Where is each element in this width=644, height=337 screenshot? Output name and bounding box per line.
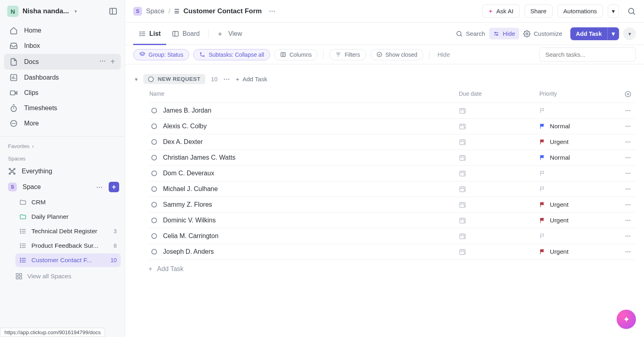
share-button[interactable]: Share bbox=[524, 4, 553, 18]
flag-icon[interactable] bbox=[539, 139, 546, 145]
task-priority[interactable]: Urgent bbox=[539, 248, 620, 255]
task-row[interactable]: Dom C. Deveraux ⋯ bbox=[149, 165, 636, 181]
tree-item[interactable]: Technical Debt Register 3 bbox=[15, 224, 121, 238]
task-name[interactable]: Michael J. Culhane bbox=[160, 185, 459, 193]
search-view-button[interactable]: Search bbox=[452, 28, 489, 40]
ai-fab-button[interactable]: ✦ bbox=[617, 310, 636, 329]
task-priority[interactable]: Normal bbox=[539, 154, 620, 161]
column-name-header[interactable]: Name bbox=[149, 90, 459, 98]
tree-item[interactable]: CRM bbox=[15, 195, 121, 209]
task-more-button[interactable]: ⋯ bbox=[620, 186, 636, 192]
group-toggle[interactable]: ▾ bbox=[135, 76, 138, 82]
add-task-button[interactable]: Add Task ▾ bbox=[570, 27, 619, 40]
task-status[interactable] bbox=[149, 186, 160, 192]
group-status-badge[interactable]: NEW REQUEST bbox=[143, 74, 205, 84]
add-task-row-button[interactable]: + Add Task bbox=[131, 260, 636, 273]
task-more-button[interactable]: ⋯ bbox=[620, 201, 636, 208]
task-row[interactable]: Michael J. Culhane ⋯ bbox=[149, 181, 636, 197]
task-more-button[interactable]: ⋯ bbox=[620, 154, 636, 161]
task-due-date[interactable] bbox=[459, 154, 539, 161]
task-more-button[interactable]: ⋯ bbox=[620, 123, 636, 129]
filters-chip[interactable]: Filters bbox=[329, 49, 366, 60]
sidebar-collapse-icon[interactable] bbox=[109, 7, 118, 16]
task-name[interactable]: James B. Jordan bbox=[160, 107, 459, 114]
task-due-date[interactable] bbox=[459, 248, 539, 255]
nav-clips[interactable]: Clips bbox=[4, 86, 121, 100]
breadcrumb-space-link[interactable]: Space bbox=[146, 8, 164, 15]
column-priority-header[interactable]: Priority bbox=[539, 90, 620, 98]
workspace-switcher[interactable]: N Nisha nanda... ▾ bbox=[0, 0, 125, 22]
nav-more[interactable]: More bbox=[4, 116, 121, 131]
task-more-button[interactable]: ⋯ bbox=[620, 139, 636, 145]
flag-icon[interactable] bbox=[539, 186, 546, 192]
task-row[interactable]: Christian James C. Watts Normal ⋯ bbox=[149, 150, 636, 165]
task-name[interactable]: Dex A. Dexter bbox=[160, 138, 459, 146]
hide-view-button[interactable]: Hide bbox=[489, 28, 519, 39]
columns-chip[interactable]: Columns bbox=[274, 49, 318, 60]
more-icon[interactable]: ⋯ bbox=[99, 57, 106, 66]
task-status[interactable] bbox=[149, 108, 160, 113]
subtasks-chip[interactable]: Subtasks: Collapse all bbox=[193, 49, 270, 60]
task-priority[interactable]: Urgent bbox=[539, 217, 620, 224]
column-due-header[interactable]: Due date bbox=[459, 90, 539, 98]
task-row[interactable]: Alexis C. Colby Normal ⋯ bbox=[149, 118, 636, 134]
task-row[interactable]: James B. Jordan ⋯ bbox=[149, 103, 636, 118]
search-icon[interactable] bbox=[627, 7, 636, 16]
view-tab-board[interactable]: Board bbox=[166, 23, 205, 45]
flag-icon[interactable] bbox=[539, 201, 546, 208]
flag-icon[interactable] bbox=[539, 233, 546, 239]
task-status[interactable] bbox=[149, 233, 160, 239]
task-status[interactable] bbox=[149, 171, 160, 176]
group-add-task-button[interactable]: + Add Task bbox=[236, 76, 267, 82]
tree-item[interactable]: Daily Planner bbox=[15, 210, 121, 224]
task-status[interactable] bbox=[149, 155, 160, 160]
task-status[interactable] bbox=[149, 249, 160, 255]
task-due-date[interactable] bbox=[459, 170, 539, 177]
hide-filters-link[interactable]: Hide bbox=[438, 51, 450, 58]
task-status[interactable] bbox=[149, 202, 160, 208]
task-more-button[interactable]: ⋯ bbox=[620, 217, 636, 224]
task-status[interactable] bbox=[149, 218, 160, 223]
task-name[interactable]: Sammy Z. Flores bbox=[160, 201, 459, 208]
task-more-button[interactable]: ⋯ bbox=[620, 107, 636, 114]
show-closed-chip[interactable]: Show closed bbox=[370, 49, 423, 60]
add-view-button[interactable]: + View bbox=[212, 23, 248, 45]
task-due-date[interactable] bbox=[459, 217, 539, 224]
task-priority[interactable] bbox=[539, 233, 620, 239]
task-due-date[interactable] bbox=[459, 201, 539, 208]
view-more-button[interactable]: ▾ bbox=[623, 27, 636, 40]
flag-icon[interactable] bbox=[539, 123, 546, 129]
view-tab-list[interactable]: List bbox=[133, 23, 166, 45]
flag-icon[interactable] bbox=[539, 154, 546, 161]
task-due-date[interactable] bbox=[459, 107, 539, 114]
tree-item[interactable]: Product Feedback Sur... 8 bbox=[15, 239, 121, 253]
task-more-button[interactable]: ⋯ bbox=[620, 170, 636, 177]
flag-icon[interactable] bbox=[539, 170, 546, 177]
nav-docs[interactable]: Docs ⋯ + bbox=[4, 54, 121, 70]
ask-ai-button[interactable]: ✦Ask AI bbox=[482, 4, 520, 18]
nav-dashboards[interactable]: Dashboards bbox=[4, 70, 121, 85]
task-priority[interactable]: Urgent bbox=[539, 138, 620, 146]
task-more-button[interactable]: ⋯ bbox=[620, 249, 636, 255]
task-name[interactable]: Dominic V. Wilkins bbox=[160, 217, 459, 224]
task-priority[interactable] bbox=[539, 107, 620, 114]
task-priority[interactable] bbox=[539, 186, 620, 192]
flag-icon[interactable] bbox=[539, 217, 546, 224]
add-task-dropdown[interactable]: ▾ bbox=[607, 27, 619, 40]
task-priority[interactable]: Urgent bbox=[539, 201, 620, 208]
space-more-icon[interactable]: ⋯ bbox=[96, 183, 103, 191]
view-all-spaces[interactable]: View all Spaces bbox=[15, 269, 109, 283]
task-due-date[interactable] bbox=[459, 185, 539, 193]
task-row[interactable]: Joseph D. Anders Urgent ⋯ bbox=[149, 244, 636, 260]
automations-dropdown-button[interactable]: ▾ bbox=[608, 4, 619, 18]
task-priority[interactable] bbox=[539, 170, 620, 177]
search-tasks-input[interactable] bbox=[539, 47, 636, 62]
add-column-button[interactable] bbox=[620, 90, 636, 98]
space-row[interactable]: S Space ⋯ + bbox=[0, 179, 125, 195]
task-name[interactable]: Christian James C. Watts bbox=[160, 154, 459, 161]
task-row[interactable]: Dex A. Dexter Urgent ⋯ bbox=[149, 134, 636, 150]
task-row[interactable]: Sammy Z. Flores Urgent ⋯ bbox=[149, 197, 636, 212]
task-name[interactable]: Joseph D. Anders bbox=[160, 248, 459, 255]
favorites-section[interactable]: Favorites › bbox=[0, 139, 125, 152]
automations-button[interactable]: Automations bbox=[557, 4, 603, 18]
